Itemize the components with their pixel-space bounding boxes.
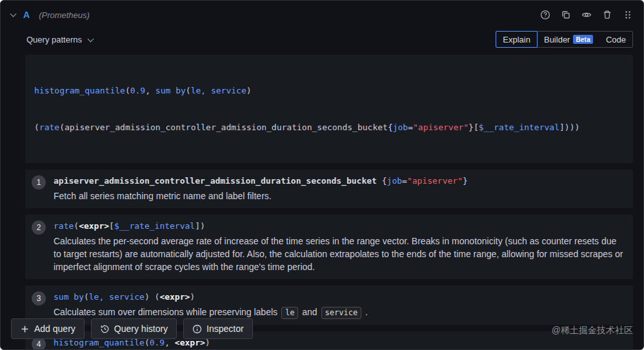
header-actions	[540, 10, 633, 20]
query-patterns-label: Query patterns	[26, 35, 82, 44]
history-icon	[100, 324, 110, 334]
help-icon[interactable]	[540, 10, 550, 20]
query-history-label: Query history	[114, 324, 168, 334]
eye-icon[interactable]	[581, 10, 592, 20]
info-icon	[192, 324, 202, 334]
query-patterns-button[interactable]: Query patterns	[26, 35, 93, 44]
inline-code-chip: service	[321, 307, 362, 319]
collapse-chevron-icon[interactable]	[10, 10, 17, 17]
step-number-badge: 4	[32, 337, 46, 350]
step-code: apiserver_admission_controller_admission…	[54, 175, 624, 187]
add-query-button[interactable]: Add query	[11, 318, 85, 339]
copy-icon[interactable]	[561, 10, 571, 20]
chevron-down-icon	[88, 35, 94, 42]
query-preview-line: histogram_quantile(0.9, sum by(le, servi…	[34, 84, 624, 97]
query-editor-panel: A (Prometheus)	[0, 0, 644, 350]
watermark: @稀土掘金技术社区	[552, 325, 633, 336]
query-ref-id[interactable]: A	[23, 10, 30, 20]
inline-code-chip: le	[281, 307, 298, 319]
drag-handle-icon[interactable]	[623, 10, 633, 20]
datasource-label: (Prometheus)	[39, 10, 90, 20]
query-preview: histogram_quantile(0.9, sum by(le, servi…	[25, 55, 633, 163]
query-header: A (Prometheus)	[1, 1, 643, 29]
builder-mode-label: Builder	[544, 35, 570, 44]
code-mode-tab[interactable]: Code	[599, 32, 632, 47]
editor-mode-group: Explain Builder Beta Code	[496, 31, 633, 48]
explain-step: 2 rate(<expr>[$__rate_interval]) Calcula…	[25, 215, 633, 279]
step-number-badge: 1	[32, 175, 46, 190]
step-number-badge: 2	[32, 220, 46, 235]
step-description: Calculates sum over dimensions while pre…	[54, 306, 624, 319]
step-number-badge: 3	[32, 291, 46, 306]
query-history-button[interactable]: Query history	[91, 318, 177, 339]
inspector-label: Inspector	[206, 324, 244, 334]
query-preview-line: (rate(apiserver_admission_controller_adm…	[34, 121, 624, 133]
explain-toggle[interactable]: Explain	[496, 31, 538, 48]
inspector-button[interactable]: Inspector	[183, 318, 253, 339]
step-code: sum by(le, service) (<expr>)	[54, 291, 624, 303]
beta-badge: Beta	[573, 35, 592, 44]
step-description: Calculates the per-second average rate o…	[54, 235, 624, 273]
step-code: rate(<expr>[$__rate_interval])	[54, 220, 624, 232]
explain-step: 1 apiserver_admission_controller_admissi…	[25, 170, 633, 208]
step-description: Fetch all series matching metric name an…	[54, 190, 624, 202]
plus-icon	[20, 324, 30, 334]
builder-mode-tab[interactable]: Builder Beta	[538, 32, 599, 47]
trash-icon[interactable]	[602, 10, 612, 20]
editor-footer: Add query Query history Inspector	[11, 318, 253, 339]
add-query-label: Add query	[34, 324, 75, 334]
query-toolbar: Query patterns Explain Builder Beta Code	[1, 29, 643, 50]
